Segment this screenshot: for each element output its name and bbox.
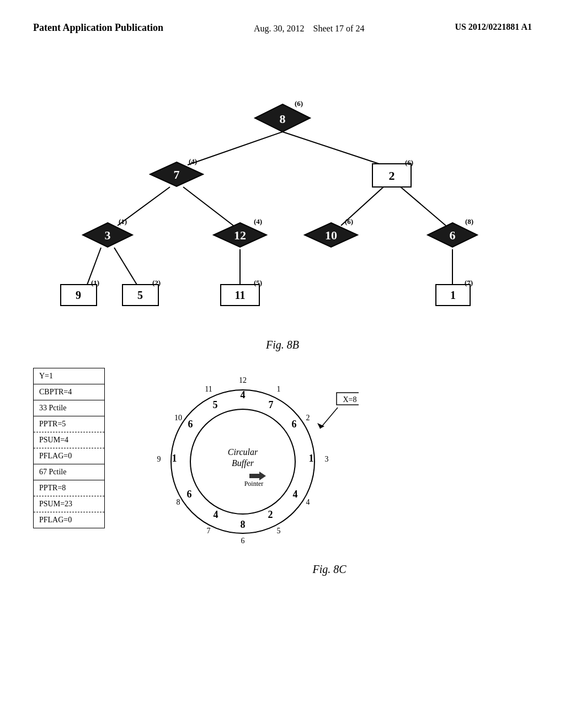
svg-text:4: 4 <box>306 498 310 506</box>
svg-marker-74 <box>317 423 324 429</box>
fig-8c-label: Fig. 8C <box>127 563 532 576</box>
svg-text:5: 5 <box>277 527 281 535</box>
svg-text:8: 8 <box>177 498 180 506</box>
svg-text:5: 5 <box>213 399 218 410</box>
svg-text:9: 9 <box>157 455 161 463</box>
svg-text:3: 3 <box>105 228 111 242</box>
svg-text:1: 1 <box>277 385 281 393</box>
svg-text:7: 7 <box>269 399 274 410</box>
pctile67-header: 67 Pctile <box>34 464 104 480</box>
svg-marker-69 <box>249 472 266 480</box>
svg-line-0 <box>188 132 282 165</box>
node-6: 6 (8) <box>428 217 477 247</box>
node-11: 11 (5) <box>221 279 262 306</box>
svg-text:11: 11 <box>205 385 212 393</box>
svg-text:(6): (6) <box>345 217 353 226</box>
info-panel: Y=1 CBPTR=4 33 Pctile PPTR=5 PSUM=4 PFLA… <box>33 368 105 528</box>
svg-text:9: 9 <box>76 289 81 301</box>
svg-text:(4): (4) <box>189 157 197 165</box>
svg-text:(7): (7) <box>465 279 473 287</box>
header: Patent Application Publication Aug. 30, … <box>0 0 565 35</box>
node-10: 10 (6) <box>305 217 358 247</box>
svg-line-3 <box>183 187 233 226</box>
svg-text:7: 7 <box>174 168 180 181</box>
svg-text:11: 11 <box>235 289 246 301</box>
svg-text:7: 7 <box>207 527 211 535</box>
svg-text:6: 6 <box>187 489 192 500</box>
node-5: 5 (2) <box>122 279 161 306</box>
svg-text:(1): (1) <box>91 279 99 287</box>
node-8: 8 (6) <box>255 99 310 132</box>
svg-line-5 <box>401 187 446 226</box>
circular-buffer-svg: 12 4 1 7 2 6 3 1 4 4 5 2 6 8 7 4 8 <box>127 368 359 555</box>
svg-text:1: 1 <box>172 453 177 464</box>
svg-text:X=8: X=8 <box>343 395 356 404</box>
psum4-row: PSUM=4 <box>34 432 104 448</box>
pflag0a-row: PFLAG=0 <box>34 448 104 464</box>
node-12: 12 (4) <box>214 217 266 247</box>
pctile33-header: 33 Pctile <box>34 400 104 416</box>
tree-diagram-8b: 8 (6) 7 (4) 2 (6) 3 (1) 12 (4) <box>0 35 565 344</box>
svg-text:4: 4 <box>293 489 298 500</box>
svg-text:2: 2 <box>268 509 273 520</box>
svg-text:(4): (4) <box>254 217 262 226</box>
bottom-section: Y=1 CBPTR=4 33 Pctile PPTR=5 PSUM=4 PFLA… <box>0 357 565 587</box>
cbptr-row: CBPTR=4 <box>34 384 104 400</box>
pptr8-row: PPTR=8 <box>34 480 104 496</box>
svg-text:6: 6 <box>241 537 245 545</box>
svg-text:(6): (6) <box>295 99 303 108</box>
circular-label: Circular <box>228 447 258 457</box>
svg-text:1: 1 <box>450 289 456 301</box>
svg-text:8: 8 <box>241 519 246 530</box>
svg-text:(6): (6) <box>405 158 413 167</box>
svg-line-7 <box>114 248 137 285</box>
svg-text:4: 4 <box>241 389 246 400</box>
svg-text:4: 4 <box>214 509 218 520</box>
svg-text:6: 6 <box>450 228 456 242</box>
pptr5-row: PPTR=5 <box>34 416 104 432</box>
svg-text:(8): (8) <box>465 217 473 226</box>
node-7: 7 (4) <box>150 157 203 186</box>
buffer-label: Buffer <box>232 458 254 468</box>
svg-text:6: 6 <box>292 419 297 430</box>
svg-text:10: 10 <box>174 414 182 422</box>
svg-line-1 <box>282 132 382 165</box>
svg-text:(1): (1) <box>119 217 127 226</box>
svg-text:(2): (2) <box>152 279 161 287</box>
header-center: Aug. 30, 2012 Sheet 17 of 24 <box>254 22 364 35</box>
header-left: Patent Application Publication <box>33 22 163 34</box>
y-eq-row: Y=1 <box>34 368 104 384</box>
svg-text:2: 2 <box>389 169 395 183</box>
svg-line-73 <box>320 408 338 429</box>
svg-text:2: 2 <box>306 414 310 422</box>
node-9: 9 (1) <box>61 279 99 306</box>
svg-text:1: 1 <box>309 453 314 464</box>
node-2: 2 (6) <box>372 158 413 187</box>
node-3: 3 (1) <box>83 217 132 247</box>
svg-text:10: 10 <box>325 228 337 242</box>
circular-buffer-section: 12 4 1 7 2 6 3 1 4 4 5 2 6 8 7 4 8 <box>127 368 532 576</box>
node-1: 1 (7) <box>436 279 473 306</box>
pointer-label: Pointer <box>244 480 264 488</box>
svg-text:5: 5 <box>137 289 143 301</box>
svg-text:12: 12 <box>239 376 247 384</box>
pflag0b-row: PFLAG=0 <box>34 512 104 528</box>
svg-text:3: 3 <box>325 455 329 463</box>
svg-text:(5): (5) <box>254 279 262 287</box>
svg-text:12: 12 <box>234 228 246 242</box>
svg-text:6: 6 <box>188 419 193 430</box>
header-right: US 2012/0221881 A1 <box>455 22 532 32</box>
psum23-row: PSUM=23 <box>34 496 104 512</box>
svg-text:8: 8 <box>280 112 286 126</box>
